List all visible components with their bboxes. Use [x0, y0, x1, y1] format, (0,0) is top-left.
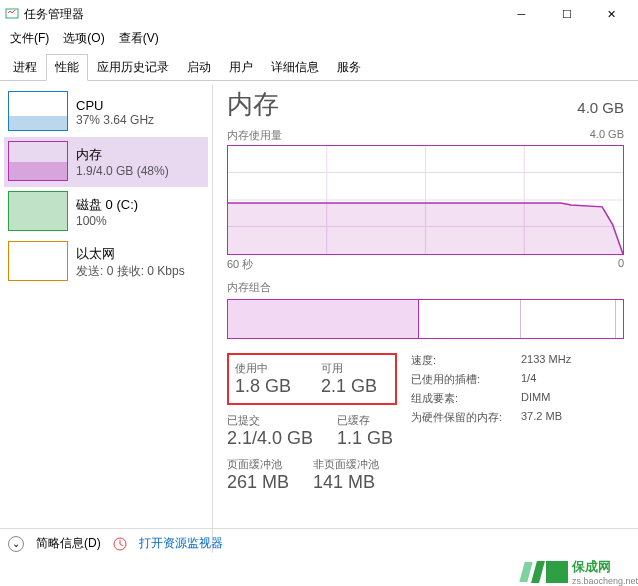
memory-composition-chart: [227, 299, 624, 339]
memory-usage-chart: [227, 145, 624, 255]
disk-thumb: [8, 191, 68, 231]
eth-label: 以太网: [76, 245, 185, 263]
chart-time: 60 秒: [227, 257, 253, 272]
highlight-box: 使用中1.8 GB 可用2.1 GB: [227, 353, 397, 405]
window-title: 任务管理器: [24, 6, 499, 23]
mem-label: 内存: [76, 146, 169, 164]
tab-processes[interactable]: 进程: [4, 54, 46, 81]
tab-history[interactable]: 应用历史记录: [88, 54, 178, 81]
menu-view[interactable]: 查看(V): [113, 28, 165, 50]
sidebar: CPU37% 3.64 GHz 内存1.9/4.0 GB (48%) 磁盘 0 …: [0, 81, 212, 557]
open-monitor-link[interactable]: 打开资源监视器: [139, 535, 223, 552]
committed-value: 2.1/4.0 GB: [227, 428, 313, 449]
chevron-down-icon[interactable]: ⌄: [8, 536, 24, 552]
tab-startup[interactable]: 启动: [178, 54, 220, 81]
eth-thumb: [8, 241, 68, 281]
avail-value: 2.1 GB: [321, 376, 377, 397]
spec-form-v: DIMM: [521, 391, 550, 406]
watermark: 保成网 zs.baocheng.net: [522, 558, 638, 586]
page-title: 内存: [227, 87, 279, 122]
brief-info-link[interactable]: 简略信息(D): [36, 535, 101, 552]
spec-slots-v: 1/4: [521, 372, 536, 387]
sidebar-item-cpu[interactable]: CPU37% 3.64 GHz: [4, 87, 208, 137]
watermark-brand: 保成网: [572, 558, 638, 576]
spec-slots-k: 已使用的插槽:: [411, 372, 521, 387]
tab-users[interactable]: 用户: [220, 54, 262, 81]
total-memory: 4.0 GB: [577, 99, 624, 116]
maximize-button[interactable]: ☐: [544, 0, 589, 28]
spec-speed-v: 2133 MHz: [521, 353, 571, 368]
committed-label: 已提交: [227, 413, 313, 428]
tab-bar: 进程 性能 应用历史记录 启动 用户 详细信息 服务: [0, 50, 638, 81]
cached-label: 已缓存: [337, 413, 393, 428]
close-button[interactable]: ✕: [589, 0, 634, 28]
menu-file[interactable]: 文件(F): [4, 28, 55, 50]
used-label: 使用中: [235, 361, 291, 376]
monitor-icon: [113, 537, 127, 551]
specs: 速度:2133 MHz 已使用的插槽:1/4 组成要素:DIMM 为硬件保留的内…: [411, 353, 571, 493]
nonpaged-value: 141 MB: [313, 472, 379, 493]
app-icon: [4, 6, 20, 22]
sidebar-item-memory[interactable]: 内存1.9/4.0 GB (48%): [4, 137, 208, 187]
paged-label: 页面缓冲池: [227, 457, 289, 472]
mem-sub: 1.9/4.0 GB (48%): [76, 164, 169, 178]
tab-services[interactable]: 服务: [328, 54, 370, 81]
spec-form-k: 组成要素:: [411, 391, 521, 406]
avail-label: 可用: [321, 361, 377, 376]
disk-sub: 100%: [76, 214, 138, 228]
used-value: 1.8 GB: [235, 376, 291, 397]
combo-label: 内存组合: [227, 280, 271, 295]
mem-thumb: [8, 141, 68, 181]
cpu-sub: 37% 3.64 GHz: [76, 113, 154, 127]
nonpaged-label: 非页面缓冲池: [313, 457, 379, 472]
tab-details[interactable]: 详细信息: [262, 54, 328, 81]
cached-value: 1.1 GB: [337, 428, 393, 449]
spec-reserved-k: 为硬件保留的内存:: [411, 410, 521, 425]
spec-reserved-v: 37.2 MB: [521, 410, 562, 425]
sidebar-item-ethernet[interactable]: 以太网发送: 0 接收: 0 Kbps: [4, 237, 208, 287]
eth-sub: 发送: 0 接收: 0 Kbps: [76, 263, 185, 280]
minimize-button[interactable]: ─: [499, 0, 544, 28]
sidebar-item-disk[interactable]: 磁盘 0 (C:)100%: [4, 187, 208, 237]
spec-speed-k: 速度:: [411, 353, 521, 368]
cpu-label: CPU: [76, 98, 154, 113]
disk-label: 磁盘 0 (C:): [76, 196, 138, 214]
usage-label: 内存使用量: [227, 128, 282, 143]
usage-max: 4.0 GB: [590, 128, 624, 143]
main-panel: 内存 4.0 GB 内存使用量4.0 GB 60 秒0 内存组合 使用中1.8 …: [213, 81, 638, 557]
paged-value: 261 MB: [227, 472, 289, 493]
cpu-thumb: [8, 91, 68, 131]
chart-zero: 0: [618, 257, 624, 272]
menu-options[interactable]: 选项(O): [57, 28, 110, 50]
tab-performance[interactable]: 性能: [46, 54, 88, 81]
watermark-url: zs.baocheng.net: [572, 576, 638, 586]
